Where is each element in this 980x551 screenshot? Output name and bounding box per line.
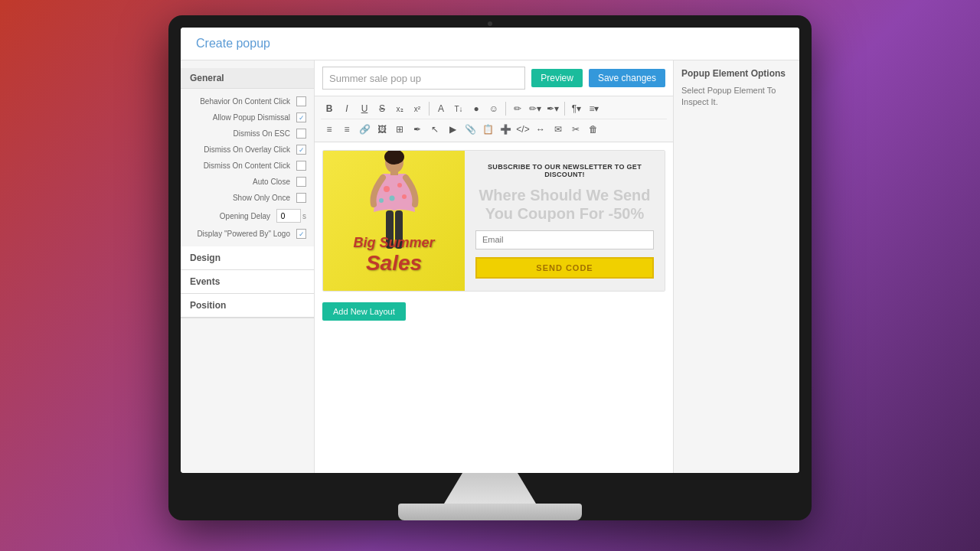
toolbar-separator	[564, 102, 565, 116]
ordered-list-btn[interactable]: ≡	[321, 121, 338, 138]
coupon-text: Where Should We Send You Coupon For -50%	[475, 186, 654, 223]
pen-fill-btn[interactable]: ✒▾	[544, 100, 561, 117]
table-btn[interactable]: ⊞	[391, 121, 408, 138]
app-body: General Behavior On Content Click Allow …	[181, 60, 799, 473]
behavior-checkbox[interactable]	[296, 96, 306, 106]
main-content: Preview Save changes B I U S x₂ x² A T↓	[315, 60, 673, 473]
setting-powered-by: Display "Powered By" Logo	[181, 226, 314, 242]
image-text-line2: Sales	[353, 251, 434, 276]
setting-dismiss-on-overlay: Dismiss On Overlay Click	[181, 142, 314, 158]
setting-label: Auto Close	[188, 177, 296, 187]
settings-list: Behavior On Content Click Allow Popup Di…	[181, 89, 314, 246]
popup-content-side: SUBSCRIBE TO OUR NEWSLETTER TO GET DISCO…	[465, 151, 665, 291]
setting-auto-close: Auto Close	[181, 174, 314, 190]
toolbar-row: Preview Save changes	[315, 60, 673, 96]
email-input[interactable]	[475, 230, 654, 249]
editor-area[interactable]: Big Summer Sales SUBSCRIBE TO OUR NEWSLE…	[315, 142, 673, 473]
link-btn[interactable]: 🔗	[356, 121, 373, 138]
svg-point-6	[379, 198, 384, 203]
allow-dismissal-checkbox[interactable]	[296, 112, 306, 122]
toolbar-icons-row-2: ≡ ≡ 🔗 🖼 ⊞ ✒ ↖ ▶ 📎 📋 ➕ </> ↔ ✉	[321, 119, 667, 139]
svg-point-4	[389, 196, 394, 201]
sidebar-general-section: General	[181, 68, 314, 89]
bold-btn[interactable]: B	[321, 100, 338, 117]
right-panel-hint: Select Popup Element To Inspect It.	[681, 85, 792, 109]
email-btn[interactable]: ✉	[550, 121, 567, 138]
monitor-stand-neck	[444, 473, 536, 504]
share-btn[interactable]: ↔	[532, 121, 549, 138]
sidebar-item-design[interactable]: Design	[181, 246, 314, 270]
save-button[interactable]: Save changes	[589, 69, 665, 87]
setting-label: Display "Powered By" Logo	[188, 229, 296, 239]
image-text-line1: Big Summer	[353, 235, 434, 251]
monitor-shell: Create popup General Behavior On Content…	[168, 15, 812, 520]
sidebar-item-events[interactable]: Events	[181, 270, 314, 294]
sidebar-item-position[interactable]: Position	[181, 294, 314, 318]
preview-button[interactable]: Preview	[531, 69, 583, 87]
paragraph-btn[interactable]: ¶▾	[568, 100, 585, 117]
send-code-button[interactable]: SEND CODE	[475, 257, 654, 279]
toolbar-icons-row-1: B I U S x₂ x² A T↓ ● ☺ ✏ ✏▾ ✒▾	[321, 99, 667, 119]
pen-color-btn[interactable]: ✏▾	[527, 100, 544, 117]
font-color-btn[interactable]: A	[433, 100, 449, 117]
dismiss-content-checkbox[interactable]	[296, 161, 306, 171]
app-header: Create popup	[181, 28, 799, 60]
big-summer-text: Big Summer Sales	[353, 235, 434, 276]
setting-opening-delay: Opening Delay s	[181, 206, 314, 226]
strikethrough-btn[interactable]: S	[374, 100, 390, 117]
show-only-once-checkbox[interactable]	[296, 193, 306, 203]
setting-label: Dismiss On ESC	[188, 129, 296, 139]
setting-allow-popup-dismissal: Allow Popup Dismissal	[181, 109, 314, 126]
scissors-btn[interactable]: ✂	[567, 121, 584, 138]
popup-name-input[interactable]	[322, 67, 525, 90]
svg-point-3	[397, 183, 402, 187]
background-color-btn[interactable]: ●	[468, 100, 485, 117]
underline-btn[interactable]: U	[356, 100, 373, 117]
font-size-btn[interactable]: T↓	[450, 100, 467, 117]
powered-by-checkbox[interactable]	[296, 229, 306, 239]
monitor-stand-base	[398, 504, 582, 520]
draw-btn[interactable]: ✒	[409, 121, 426, 138]
image-btn[interactable]: 🖼	[374, 121, 390, 138]
auto-close-checkbox[interactable]	[296, 177, 306, 187]
svg-rect-7	[390, 171, 398, 175]
video-btn[interactable]: ▶	[444, 121, 461, 138]
popup-preview: Big Summer Sales SUBSCRIBE TO OUR NEWSLE…	[322, 150, 665, 292]
copy-btn[interactable]: 📋	[479, 121, 496, 138]
unit-label: s	[302, 212, 306, 220]
emoji-btn[interactable]: ☺	[485, 100, 502, 117]
setting-dismiss-on-esc: Dismiss On ESC	[181, 126, 314, 142]
subscribe-text: SUBSCRIBE TO OUR NEWSLETTER TO GET DISCO…	[475, 163, 654, 178]
setting-label: Show Only Once	[188, 193, 296, 203]
align-btn[interactable]: ≡▾	[586, 100, 603, 117]
right-panel-title: Popup Element Options	[681, 68, 792, 79]
collapsible-nav: Design Events Position	[181, 246, 314, 318]
svg-point-5	[402, 194, 407, 199]
italic-btn[interactable]: I	[338, 100, 355, 117]
attachment-btn[interactable]: 📎	[462, 121, 479, 138]
page-title: Create popup	[196, 37, 784, 51]
arrow-btn[interactable]: ↖	[426, 121, 443, 138]
editor-toolbar: B I U S x₂ x² A T↓ ● ☺ ✏ ✏▾ ✒▾	[315, 96, 673, 142]
code-btn[interactable]: </>	[514, 121, 531, 138]
subscript-btn[interactable]: x₂	[391, 100, 408, 117]
pen-btn[interactable]: ✏	[509, 100, 526, 117]
setting-label: Allow Popup Dismissal	[188, 112, 296, 122]
svg-point-2	[384, 186, 390, 192]
opening-delay-input[interactable]	[276, 209, 301, 223]
delete-btn[interactable]: 🗑	[585, 121, 602, 138]
dismiss-overlay-checkbox[interactable]	[296, 145, 306, 155]
add-layout-wrapper: Add New Layout	[322, 298, 665, 321]
toolbar-separator	[505, 102, 506, 116]
setting-label: Dismiss On Content Click	[188, 161, 296, 171]
unordered-list-btn[interactable]: ≡	[338, 121, 355, 138]
setting-dismiss-on-content: Dismiss On Content Click	[181, 158, 314, 174]
setting-show-only-once: Show Only Once	[181, 190, 314, 206]
dismiss-esc-checkbox[interactable]	[296, 129, 306, 139]
setting-label: Dismiss On Overlay Click	[188, 145, 296, 155]
superscript-btn[interactable]: x²	[409, 100, 426, 117]
setting-label: Opening Delay	[188, 211, 276, 221]
plus-btn[interactable]: ➕	[497, 121, 514, 138]
add-layout-button[interactable]: Add New Layout	[322, 302, 406, 321]
setting-behavior-on-content-click: Behavior On Content Click	[181, 93, 314, 109]
